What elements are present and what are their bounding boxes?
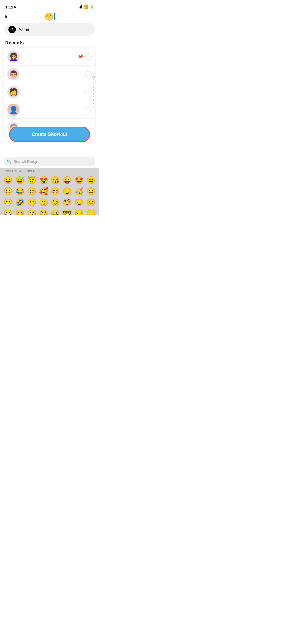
status-icons: 📶 🔋 (78, 5, 94, 9)
emoji-cell[interactable]: 😒 (74, 208, 84, 215)
emoji-cell[interactable]: 😁 (3, 197, 13, 208)
emoji-search-icon: 🔍 (7, 159, 11, 164)
contact-row[interactable]: 👨 (4, 66, 95, 83)
text-cursor (54, 13, 55, 20)
emoji-cell[interactable]: 😊 (15, 208, 25, 215)
emoji-cell[interactable]: 😉 (50, 197, 61, 208)
contacts-wrapper: 👩‍🦱 📌 👨 🧑 👤 🧔 (0, 48, 99, 136)
contact-row[interactable]: 👩‍🦱 📌 (4, 48, 95, 66)
emoji-cell[interactable]: 😍 (38, 175, 49, 185)
emoji-grid: 😀 😅 😇 😍 😘 😜 🤩 😑 🙂 😂 🙂 🥰 😊 😏 🥳 😐 😁 🤣 😶 😗 … (0, 174, 99, 215)
radio-select[interactable] (85, 89, 92, 95)
emoji-cell[interactable]: 😊 (50, 186, 61, 196)
emoji-cell[interactable]: 😛 (50, 208, 61, 215)
contact-row[interactable]: 👤 (4, 101, 95, 119)
emoji-row: 🙂 😂 🙂 🥰 😊 😏 🥳 😐 (2, 186, 97, 196)
emoji-cell[interactable]: 😀 (3, 175, 13, 185)
search-bar[interactable]: Asma (4, 23, 95, 36)
emoji-search-placeholder: Search Emoji (13, 159, 37, 164)
location-icon: ▶ (14, 5, 16, 9)
radio-select[interactable] (85, 107, 92, 113)
wifi-icon: 📶 (83, 5, 88, 9)
emoji-cell[interactable]: 😄 (3, 208, 13, 215)
chevron-down-icon[interactable]: ∨ (4, 14, 8, 20)
search-value: Asma (18, 27, 29, 32)
alphabet-index: 🕐 A B C D E F G H I (92, 76, 95, 109)
radio-select[interactable] (85, 71, 92, 77)
emoji-cell[interactable]: 😜 (62, 175, 73, 185)
emoji-cell[interactable]: 😐 (86, 197, 96, 208)
emoji-cell[interactable]: 😗 (38, 197, 49, 208)
emoji-row: 😀 😅 😇 😍 😘 😜 🤩 😑 (2, 175, 97, 185)
emoji-cell[interactable]: 😏 (74, 197, 84, 208)
emoji-cell[interactable]: 😐 (86, 186, 96, 196)
recents-label: Recents (0, 39, 99, 48)
emoji-cell[interactable]: 😇 (26, 175, 37, 185)
emoji-cell[interactable]: 😂 (15, 186, 25, 196)
emoji-cell[interactable]: 😞 (86, 208, 96, 215)
emoji-cell[interactable]: 🤩 (74, 175, 84, 185)
emoji-row: 😄 😊 😙 😚 😛 🤓 😒 😞 (2, 208, 97, 215)
emoji-cell[interactable]: 😙 (26, 208, 37, 215)
emoji-cell[interactable]: 😑 (86, 175, 96, 185)
time-display: 1:11 (5, 5, 13, 9)
emoji-cell[interactable]: 🥳 (74, 186, 84, 196)
status-time: 1:11 ▶ (5, 5, 16, 9)
emoji-cell[interactable]: 😘 (50, 175, 61, 185)
header-emoji-area: 😁 (45, 12, 55, 21)
emoji-cell[interactable]: 🧐 (62, 197, 73, 208)
emoji-search-bar[interactable]: 🔍 Search Emoji (4, 157, 95, 166)
emoji-cell[interactable]: 😶 (26, 197, 37, 208)
avatar: 👨 (7, 68, 20, 80)
emoji-row: 😁 🤣 😶 😗 😉 🧐 😏 😐 (2, 197, 97, 208)
search-bar-container: Asma (0, 22, 99, 39)
avatar: 👩‍🦱 (7, 50, 20, 63)
radio-select[interactable] (85, 53, 92, 60)
contact-row[interactable]: 🧑 (4, 83, 95, 101)
emoji-cell[interactable]: 🙂 (26, 186, 37, 196)
emoji-cell[interactable]: 🤓 (62, 208, 73, 215)
signal-bars (78, 5, 82, 8)
battery-icon: 🔋 (89, 5, 94, 9)
avatar: 👤 (7, 104, 20, 116)
emoji-cell[interactable]: 🥰 (38, 186, 49, 196)
emoji-cell[interactable]: 🙂 (3, 186, 13, 196)
svg-line-1 (13, 30, 14, 31)
avatar: 🧑 (7, 86, 20, 98)
create-shortcut-label: Create Shortcut (32, 132, 67, 137)
contacts-card: 👩‍🦱 📌 👨 🧑 👤 🧔 (4, 48, 95, 136)
selected-emoji: 😁 (45, 12, 54, 21)
emoji-section-label: SMILEYS & PEOPLE (0, 168, 99, 174)
emoji-cell[interactable]: 😚 (38, 208, 49, 215)
emoji-cell[interactable]: 😏 (62, 186, 73, 196)
emoji-cell[interactable]: 🤣 (15, 197, 25, 208)
search-icon (8, 26, 16, 33)
status-bar: 1:11 ▶ 📶 🔋 (0, 0, 99, 12)
header: ∨ 😁 (0, 12, 99, 22)
emoji-cell[interactable]: 😅 (15, 175, 25, 185)
pin-icon: 📌 (77, 53, 84, 60)
emoji-search-container: 🔍 Search Emoji (0, 144, 99, 168)
create-shortcut-button[interactable]: Create Shortcut (9, 127, 90, 142)
